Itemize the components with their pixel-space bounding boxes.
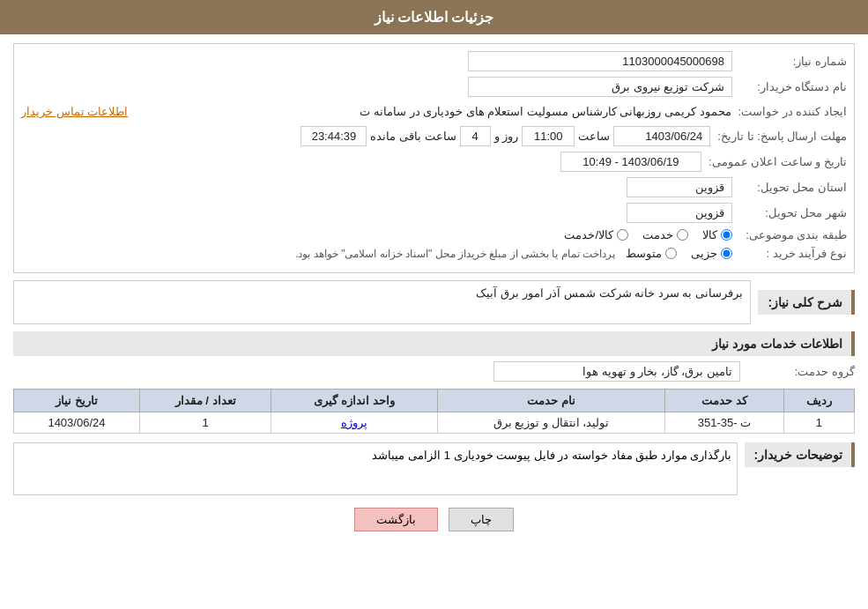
nooe-radio-motavaset[interactable]: [665, 248, 677, 259]
tarikh-row: تاریخ و ساعت اعلان عمومی: 1403/06/19 - 1…: [21, 152, 847, 172]
shomara-niaz-label: شماره نیاز:: [732, 55, 847, 68]
table-header: ردیف کد حدمت نام حدمت واحد اندازه گیری ت…: [14, 390, 855, 412]
mohlet-date: 1403/06/24: [613, 126, 710, 146]
button-row: چاپ بازگشت: [13, 508, 855, 531]
cell-naam: تولید، انتقال و توزیع برق: [437, 412, 664, 434]
cell-kod: ت -35-351: [665, 412, 784, 434]
page-title: جزئیات اطلاعات نیاز: [375, 10, 494, 25]
cell-radif: 1: [783, 412, 854, 434]
print-button[interactable]: چاپ: [449, 508, 514, 531]
nooe-farayand-row: نوع فرآیند خرید : جزیی متوسط پرداخت تمام…: [21, 247, 847, 260]
tabaqe-option-kala: کالا: [702, 228, 732, 241]
back-button[interactable]: بازگشت: [354, 508, 438, 531]
col-tarikh: تاریخ نیاز: [14, 390, 140, 412]
tabaqe-label: طبقه بندی موضوعی:: [732, 228, 847, 241]
tarikh-value: 1403/06/19 - 10:49: [560, 152, 701, 172]
tabaqe-option-kala-khedmat: کالا/خدمت: [564, 228, 628, 241]
nooe-motavaset-label: متوسط: [626, 247, 662, 260]
col-naam: نام حدمت: [437, 390, 664, 412]
shahr-value: قزوین: [627, 203, 732, 223]
shomara-row: شماره نیاز: 1103000045000698: [21, 51, 847, 71]
grooh-label: گروه حدمت:: [740, 365, 855, 378]
tabaqe-radio-group: کالا خدمت کالا/خدمت: [564, 228, 732, 241]
shahr-row: شهر محل تحویل: قزوین: [21, 203, 847, 223]
nam-dastgah-value: شرکت توزیع نیروی برق: [468, 77, 732, 97]
ostan-row: استان محل تحویل: قزوین: [21, 177, 847, 197]
service-table: ردیف کد حدمت نام حدمت واحد اندازه گیری ت…: [13, 389, 855, 434]
sharh-row: شرح کلی نیاز: برفرسانی به سرد خانه شرکت …: [13, 280, 855, 324]
main-form-section: شماره نیاز: 1103000045000698 نام دستگاه …: [13, 43, 855, 273]
mohlet-remaining-label: ساعت باقی مانده: [370, 130, 456, 143]
mohlet-label: مهلت ارسال پاسخ: تا تاریخ:: [710, 130, 847, 143]
ijad-konande-label: ایجاد کننده در خواست:: [731, 105, 847, 118]
tabaqe-option-khedmat: خدمت: [642, 228, 688, 241]
tabaqe-kala-label: کالا: [702, 228, 717, 241]
cell-vahed: پروژه: [271, 412, 437, 434]
cell-tedad: 1: [139, 412, 271, 434]
tozihat-textarea[interactable]: [13, 442, 738, 495]
tarikh-label: تاریخ و ساعت اعلان عمومی:: [701, 155, 847, 168]
nooe-option-motavaset: متوسط: [626, 247, 677, 260]
tabaqe-radio-kala-khedmat[interactable]: [617, 229, 628, 241]
tabaqe-radio-khedmat[interactable]: [677, 229, 688, 241]
ijad-konande-value: محمود کریمی روزبهانی کارشناس مسولیت استع…: [131, 102, 731, 121]
nooe-jozi-label: جزیی: [691, 247, 717, 260]
mohlet-time: 11:00: [522, 126, 575, 146]
nooe-farayand-label: نوع فرآیند خرید :: [732, 247, 847, 260]
nooe-option-jozi: جزیی: [691, 247, 732, 260]
ijad-konande-row: ایجاد کننده در خواست: محمود کریمی روزبها…: [21, 102, 847, 121]
service-section-title: اطلاعات خدمات مورد نیاز: [13, 331, 855, 356]
sharh-value: برفرسانی به سرد خانه شرکت شمس آذر امور ب…: [13, 280, 751, 324]
ostan-label: استان محل تحویل:: [732, 181, 847, 194]
table-row: 1 ت -35-351 تولید، انتقال و توزیع برق پر…: [14, 412, 855, 434]
nooe-radio-group: جزیی متوسط: [626, 247, 732, 260]
content-area: شماره نیاز: 1103000045000698 نام دستگاه …: [0, 34, 868, 549]
tozihat-label: توضیحات خریدار:: [745, 442, 855, 467]
tabaqe-khedmat-label: خدمت: [642, 228, 673, 241]
tozihat-row: توضیحات خریدار:: [13, 442, 855, 495]
col-tedad: تعداد / مقدار: [139, 390, 271, 412]
col-vahed: واحد اندازه گیری: [271, 390, 437, 412]
mohlet-rooz-count: 4: [460, 126, 491, 146]
table-body: 1 ت -35-351 تولید، انتقال و توزیع برق پر…: [14, 412, 855, 434]
sharh-label: شرح کلی نیاز:: [758, 290, 855, 315]
nooe-radio-jozi[interactable]: [721, 248, 732, 259]
page-header: جزئیات اطلاعات نیاز: [0, 0, 868, 34]
page-wrapper: جزئیات اطلاعات نیاز شماره نیاز: 11030000…: [0, 0, 868, 609]
ostan-value: قزوین: [627, 177, 732, 197]
table-header-row: ردیف کد حدمت نام حدمت واحد اندازه گیری ت…: [14, 390, 855, 412]
mohlet-row: مهلت ارسال پاسخ: تا تاریخ: 1403/06/24 سا…: [21, 126, 847, 146]
grooh-row: گروه حدمت: تامین برق، گاز، بخار و تهویه …: [13, 361, 855, 382]
shomara-niaz-value: 1103000045000698: [468, 51, 732, 71]
tabaqe-row: طبقه بندی موضوعی: کالا خدمت کالا/خدمت: [21, 228, 847, 241]
mohlet-time-label: ساعت: [578, 130, 610, 143]
cell-tarikh: 1403/06/24: [14, 412, 140, 434]
nam-dastgah-row: نام دستگاه خریدار: شرکت توزیع نیروی برق: [21, 77, 847, 97]
tabaqe-kala-khedmat-label: کالا/خدمت: [564, 228, 613, 241]
shahr-label: شهر محل تحویل:: [732, 206, 847, 219]
ijad-konande-link[interactable]: اطلاعات تماس خریدار: [21, 105, 128, 118]
tabaqe-radio-kala[interactable]: [721, 229, 732, 241]
nooe-note: پرداخت تمام یا بخشی از مبلغ خریداز محل "…: [295, 248, 615, 260]
mohlet-rooz-label: روز و: [494, 130, 519, 143]
grooh-value: تامین برق، گاز، بخار و تهویه هوا: [493, 361, 740, 382]
col-radif: ردیف: [783, 390, 854, 412]
mohlet-remaining-time: 23:44:39: [300, 126, 367, 146]
nam-dastgah-label: نام دستگاه خریدار:: [732, 80, 847, 93]
col-kod: کد حدمت: [665, 390, 784, 412]
